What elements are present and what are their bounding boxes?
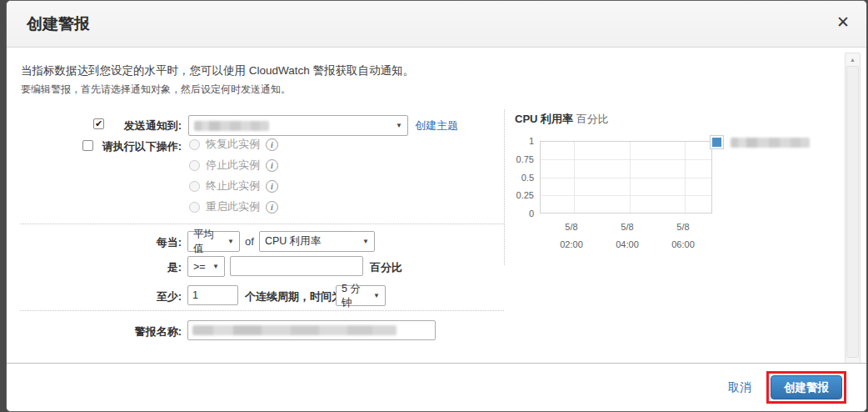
notify-topic-redacted-value (194, 121, 269, 131)
gridline (685, 142, 686, 213)
metric-select[interactable]: CPU 利用率 ▼ (259, 231, 375, 252)
divider (504, 109, 505, 265)
period-duration-value: 5 分钟 (342, 282, 368, 310)
recover-instance-radio[interactable] (189, 139, 200, 150)
scrollbar-thumb[interactable] (846, 66, 859, 358)
period-duration-select[interactable]: 5 分钟 ▼ (336, 285, 386, 306)
x-tick-time: 04:00 (606, 239, 649, 249)
info-icon[interactable]: i (266, 201, 278, 214)
alarm-name-input[interactable] (187, 320, 436, 340)
statistic-select[interactable]: 平均值 ▼ (187, 231, 240, 252)
gridline (541, 178, 711, 178)
actions-label: 请执行以下操作: (86, 139, 182, 154)
create-alarm-button[interactable]: 创建警报 (771, 375, 842, 400)
chevron-down-icon: ▼ (222, 238, 234, 245)
create-alarm-dialog: 创建警报 ✕ 当指标数据达到您设定的水平时，您可以使用 CloudWatch 警… (6, 0, 867, 412)
whenever-label: 每当: (132, 235, 182, 250)
cancel-button[interactable]: 取消 (728, 380, 751, 395)
stop-instance-radio[interactable] (189, 160, 200, 171)
notify-checkbox[interactable]: ✔ (93, 118, 104, 129)
chevron-down-icon: ▼ (357, 238, 369, 245)
info-icon[interactable]: i (266, 159, 278, 172)
reboot-instance-radio[interactable] (189, 202, 200, 213)
terminate-instance-radio[interactable] (189, 181, 200, 192)
metric-value: CPU 利用率 (265, 234, 321, 249)
scroll-up-icon[interactable]: ▲ (846, 57, 860, 63)
operator-value: >= (193, 261, 206, 273)
reboot-instance-label: 重启此实例 (206, 199, 260, 214)
x-tick-date: 5/8 (606, 222, 649, 232)
chart-plot-area (540, 141, 712, 214)
terminate-instance-label: 终止此实例 (206, 178, 260, 193)
dialog-body: 当指标数据达到您设定的水平时，您可以使用 CloudWatch 警报获取自动通知… (7, 48, 866, 363)
close-icon[interactable]: ✕ (836, 13, 850, 32)
notify-label: 发送通知到: (105, 118, 182, 133)
intro-line-1: 当指标数据达到您设定的水平时，您可以使用 CloudWatch 警报获取自动通知… (21, 63, 414, 78)
action-option-row: 恢复此实例 i (189, 137, 278, 152)
chart-title: CPU 利用率 百分比 (515, 112, 609, 127)
y-tick: 0 (508, 209, 534, 219)
chevron-down-icon: ▼ (207, 263, 219, 270)
threshold-input[interactable] (230, 256, 363, 276)
chart-metric-name: CPU 利用率 (515, 113, 573, 125)
dialog-header: 创建警报 (7, 1, 866, 48)
gridline (541, 159, 711, 160)
info-icon[interactable]: i (266, 138, 278, 151)
legend-redacted-label (731, 138, 810, 148)
x-tick-time: 02:00 (550, 239, 593, 249)
of-text: of (245, 235, 254, 248)
recover-instance-label: 恢复此实例 (206, 137, 260, 152)
x-tick-date: 5/8 (550, 222, 593, 232)
y-tick: 1 (508, 136, 534, 146)
periods-text: 个连续周期，时间为 (245, 289, 345, 304)
chevron-down-icon: ▼ (391, 122, 402, 129)
chevron-down-icon: ▼ (368, 292, 380, 299)
operator-select[interactable]: >= ▼ (187, 256, 225, 277)
info-icon[interactable]: i (266, 180, 278, 193)
notify-topic-select[interactable]: ▼ (188, 115, 408, 136)
y-tick: 0.75 (508, 154, 534, 164)
create-topic-link[interactable]: 创建主题 (415, 118, 458, 133)
y-tick: 0.5 (508, 173, 534, 183)
legend-swatch-icon (711, 136, 723, 148)
annotation-highlight: 创建警报 (766, 371, 846, 404)
atleast-label: 至少: (132, 289, 182, 304)
x-tick-date: 5/8 (661, 222, 705, 232)
action-option-row: 终止此实例 i (189, 178, 278, 193)
gridline (574, 142, 575, 213)
gridline (630, 142, 631, 213)
chart-unit: 百分比 (576, 113, 609, 125)
dialog-footer: 取消 创建警报 (7, 363, 866, 411)
action-option-row: 停止此实例 i (189, 158, 278, 173)
vertical-scrollbar[interactable]: ▲ ▼ (845, 53, 861, 371)
alarm-name-redacted-value (192, 325, 397, 335)
statistic-value: 平均值 (193, 228, 222, 256)
alarm-name-label: 警报名称: (107, 324, 182, 339)
gridline (541, 195, 711, 196)
divider (20, 310, 504, 311)
is-label: 是: (140, 260, 182, 275)
x-tick-time: 06:00 (661, 239, 705, 249)
divider (20, 224, 504, 224)
intro-line-2: 要编辑警报，首先请选择通知对象，然后设定何时发送通知。 (21, 83, 291, 97)
dialog-title: 创建警报 (27, 13, 90, 35)
y-tick: 0.25 (508, 190, 534, 200)
periods-input[interactable] (187, 285, 238, 305)
unit-text: 百分比 (370, 260, 420, 275)
action-option-row: 重启此实例 i (189, 199, 278, 214)
stop-instance-label: 停止此实例 (206, 158, 260, 173)
